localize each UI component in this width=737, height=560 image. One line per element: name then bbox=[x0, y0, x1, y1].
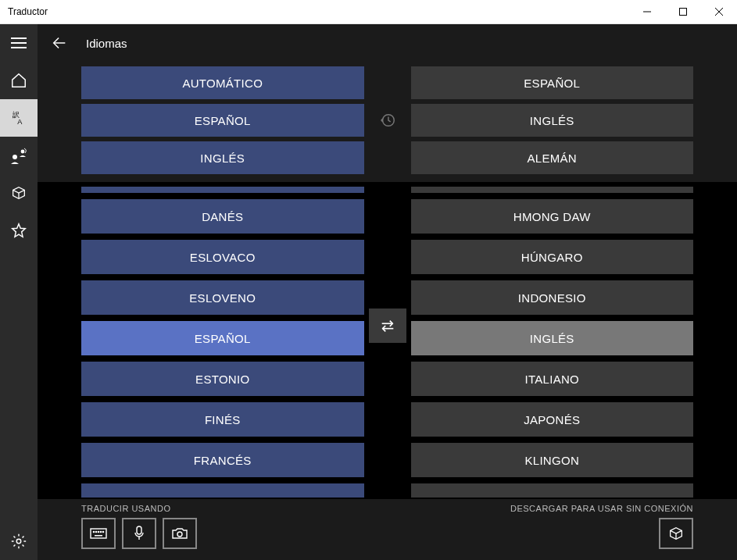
source-list-partial-bottom[interactable] bbox=[81, 483, 364, 498]
svg-point-19 bbox=[102, 531, 103, 532]
target-pinned-1[interactable]: INGLÉS bbox=[411, 104, 694, 137]
source-list-item[interactable]: FRANCÉS bbox=[81, 443, 364, 477]
source-language-list[interactable]: DANÉSESLOVACOESLOVENOESPAÑOLESTONIOFINÉS… bbox=[38, 187, 369, 499]
hamburger-icon[interactable] bbox=[0, 24, 38, 62]
target-list-item[interactable]: INDONESIO bbox=[411, 280, 694, 315]
home-icon[interactable] bbox=[0, 62, 38, 99]
target-list-partial-bottom[interactable] bbox=[411, 483, 694, 498]
download-pack-button[interactable] bbox=[659, 518, 693, 549]
window-title: Traductor bbox=[0, 6, 629, 17]
minimize-button[interactable] bbox=[629, 0, 665, 24]
source-pinned-2[interactable]: INGLÉS bbox=[81, 141, 364, 174]
source-list-partial-top[interactable] bbox=[81, 187, 364, 193]
camera-input-button[interactable] bbox=[163, 518, 197, 549]
keyboard-input-button[interactable] bbox=[81, 518, 116, 549]
bottom-bar: TRADUCIR USANDO DESCARGAR PARA USAR SIN … bbox=[38, 499, 737, 560]
swap-languages-button[interactable] bbox=[369, 309, 406, 343]
maximize-button[interactable] bbox=[665, 0, 701, 24]
svg-rect-13 bbox=[91, 529, 106, 538]
language-lists: DANÉSESLOVACOESLOVENOESPAÑOLESTONIOFINÉS… bbox=[38, 182, 737, 499]
favorites-icon[interactable] bbox=[0, 212, 38, 249]
languages-icon[interactable]: 訳 A bbox=[0, 99, 38, 137]
back-button[interactable] bbox=[45, 29, 73, 57]
svg-point-17 bbox=[98, 531, 98, 532]
source-pinned-1[interactable]: ESPAÑOL bbox=[81, 104, 364, 137]
svg-rect-21 bbox=[137, 526, 141, 534]
svg-point-23 bbox=[177, 532, 182, 537]
source-list-item[interactable]: ESLOVACO bbox=[81, 240, 364, 274]
svg-point-11 bbox=[16, 539, 21, 544]
target-pinned-2[interactable]: ALEMÁN bbox=[411, 141, 694, 174]
download-offline-label: DESCARGAR PARA USAR SIN CONEXIÓN bbox=[510, 504, 693, 513]
page-title: Idiomas bbox=[86, 37, 127, 50]
conversation-icon[interactable] bbox=[0, 137, 38, 174]
target-pinned-0[interactable]: ESPAÑOL bbox=[411, 66, 694, 99]
source-list-item[interactable]: DANÉS bbox=[81, 199, 364, 234]
close-button[interactable] bbox=[701, 0, 737, 24]
svg-rect-20 bbox=[95, 535, 102, 537]
source-list-item[interactable]: FINÉS bbox=[81, 402, 364, 437]
target-language-list[interactable]: HMONG DAWHÚNGAROINDONESIOINGLÉSITALIANOJ… bbox=[406, 187, 738, 499]
svg-point-18 bbox=[100, 531, 101, 532]
svg-point-15 bbox=[93, 531, 94, 532]
history-icon bbox=[379, 112, 396, 129]
voice-input-button[interactable] bbox=[122, 518, 156, 549]
source-list-item[interactable]: ESTONIO bbox=[81, 362, 364, 396]
target-list-item[interactable]: HÚNGARO bbox=[411, 240, 694, 274]
svg-point-10 bbox=[21, 150, 25, 154]
svg-point-9 bbox=[13, 155, 17, 159]
source-pinned-0[interactable]: AUTOMÁTICO bbox=[81, 66, 364, 99]
phrasebook-icon[interactable] bbox=[0, 174, 38, 212]
translate-using-label: TRADUCIR USANDO bbox=[81, 504, 170, 513]
sidebar: 訳 A bbox=[0, 24, 38, 560]
svg-text:A: A bbox=[17, 118, 23, 126]
source-list-item[interactable]: ESPAÑOL bbox=[81, 321, 364, 355]
window-titlebar: Traductor bbox=[0, 0, 737, 24]
settings-icon[interactable] bbox=[0, 523, 38, 560]
source-list-item[interactable]: ESLOVENO bbox=[81, 280, 364, 315]
header: Idiomas bbox=[38, 24, 737, 62]
target-list-item[interactable]: ITALIANO bbox=[411, 362, 694, 396]
target-list-partial-top[interactable] bbox=[411, 187, 694, 193]
target-list-item[interactable]: KLINGON bbox=[411, 443, 694, 477]
svg-point-16 bbox=[95, 531, 96, 532]
target-list-item[interactable]: INGLÉS bbox=[411, 321, 694, 355]
pinned-languages-panel: AUTOMÁTICO ESPAÑOL INGLÉS ESPAÑOL INGLÉS… bbox=[38, 62, 737, 182]
target-list-item[interactable]: HMONG DAW bbox=[411, 199, 694, 234]
target-list-item[interactable]: JAPONÉS bbox=[411, 402, 694, 437]
svg-rect-1 bbox=[680, 9, 687, 16]
